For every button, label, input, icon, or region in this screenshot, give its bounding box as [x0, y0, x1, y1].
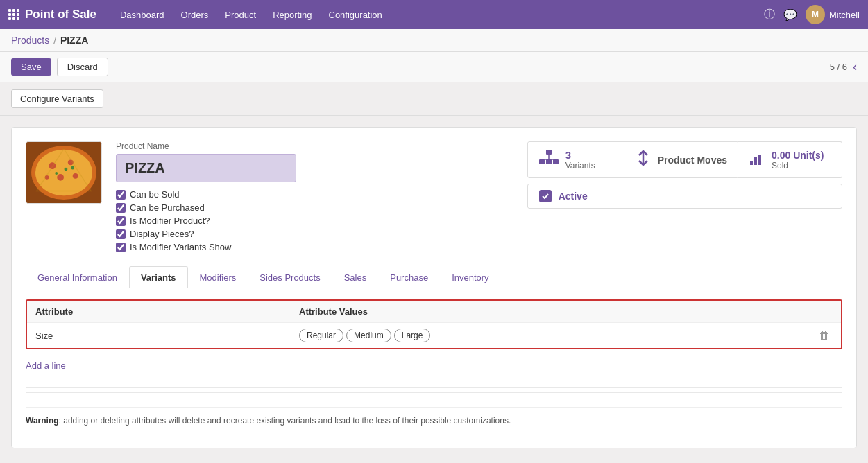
tab-variants[interactable]: Variants	[129, 266, 188, 288]
product-image[interactable]	[26, 141, 102, 204]
is-modifier-variants-checkbox[interactable]	[116, 243, 126, 252]
active-dot	[539, 190, 552, 202]
product-moves-icon	[636, 150, 651, 171]
svg-rect-14	[546, 159, 552, 164]
main-content: Product Name Can be Sold Can be Purchase…	[0, 116, 868, 460]
save-button[interactable]: Save	[11, 58, 51, 76]
grid-icon	[8, 9, 19, 20]
app-logo[interactable]: Point of Sale	[8, 8, 96, 21]
product-header: Product Name Can be Sold Can be Purchase…	[26, 141, 842, 252]
product-moves-stat[interactable]: Product Moves	[624, 141, 739, 178]
svg-rect-20	[754, 157, 757, 165]
display-pieces-label: Display Pieces?	[130, 229, 194, 239]
tab-sales[interactable]: Sales	[332, 266, 379, 288]
spacer-lines	[26, 387, 842, 393]
product-moves-stat-text: Product Moves	[658, 155, 727, 166]
sold-stat-text: 0.00 Unit(s) Sold	[772, 150, 824, 171]
nav-reporting[interactable]: Reporting	[266, 6, 318, 24]
product-stats: 3 Variants	[527, 141, 842, 209]
help-icon[interactable]: ⓘ	[764, 8, 775, 22]
nav-product[interactable]: Product	[218, 6, 263, 24]
product-card: Product Name Can be Sold Can be Purchase…	[11, 127, 857, 448]
svg-rect-13	[539, 159, 545, 164]
configure-variants-button[interactable]: Configure Variants	[11, 89, 103, 108]
tab-inventory[interactable]: Inventory	[440, 266, 500, 288]
action-bar: Save Discard 5 / 6 ‹	[0, 52, 868, 82]
user-menu[interactable]: M Mitchell	[806, 5, 860, 24]
topbar: Point of Sale Dashboard Orders Product R…	[0, 0, 868, 29]
nav-orders[interactable]: Orders	[174, 6, 216, 24]
col-attribute-values: Attribute Values	[291, 301, 808, 323]
topbar-right: ⓘ 💬 M Mitchell	[764, 5, 860, 24]
spacer-line-2	[26, 392, 842, 393]
breadcrumb: Products / PIZZA	[0, 29, 868, 52]
add-line-button[interactable]: Add a line	[26, 360, 66, 371]
can-be-purchased-label: Can be Purchased	[130, 202, 205, 213]
user-name: Mitchell	[829, 10, 860, 20]
product-moves-label: Product Moves	[658, 155, 727, 166]
tab-modifiers[interactable]: Modifiers	[188, 266, 248, 288]
display-pieces-checkbox[interactable]	[116, 229, 126, 239]
checkbox-display-pieces: Display Pieces?	[116, 229, 513, 239]
warning-section: Warning: adding or deleting attributes w…	[26, 407, 842, 434]
nav-dashboard[interactable]: Dashboard	[113, 6, 171, 24]
stats-row-top: 3 Variants	[527, 141, 842, 178]
delete-row-button[interactable]: 🗑	[816, 326, 833, 344]
variants-tab-content: Attribute Attribute Values Size Regular …	[26, 288, 842, 434]
variants-stat-text: 3 Variants	[565, 149, 595, 171]
app-name: Point of Sale	[25, 8, 96, 21]
sold-stat[interactable]: 0.00 Unit(s) Sold	[738, 141, 842, 178]
attr-badge-regular[interactable]: Regular	[299, 329, 343, 342]
checkbox-can-be-sold: Can be Sold	[116, 189, 513, 200]
warning-message: : adding or deleting attributes will del…	[59, 416, 511, 426]
variants-icon	[539, 150, 559, 171]
warning-prefix: Warning	[26, 416, 59, 426]
is-modifier-product-checkbox[interactable]	[116, 216, 126, 226]
is-modifier-variants-label: Is Modifier Variants Show	[130, 242, 231, 252]
active-status[interactable]: Active	[527, 184, 842, 209]
sold-icon	[749, 150, 765, 170]
chat-icon[interactable]: 💬	[783, 8, 797, 21]
attribute-values: Regular Medium Large	[299, 329, 799, 342]
sold-label: Sold	[772, 161, 824, 171]
tab-general-information[interactable]: General Information	[26, 266, 129, 288]
can-be-purchased-checkbox[interactable]	[116, 203, 126, 213]
col-actions	[808, 301, 841, 323]
tab-purchase[interactable]: Purchase	[378, 266, 440, 288]
sold-value: 0.00 Unit(s)	[772, 150, 824, 161]
breadcrumb-parent[interactable]: Products	[11, 35, 49, 46]
prev-record-button[interactable]: ‹	[853, 60, 857, 74]
variants-table-container: Attribute Attribute Values Size Regular …	[26, 299, 842, 349]
spacer-line-1	[26, 387, 842, 388]
attribute-values-cell: Regular Medium Large	[291, 323, 808, 349]
tab-sides-products[interactable]: Sides Products	[248, 266, 332, 288]
attr-badge-medium[interactable]: Medium	[346, 329, 391, 342]
is-modifier-product-label: Is Modifier Product?	[130, 216, 210, 226]
active-label: Active	[559, 191, 588, 202]
breadcrumb-current: PIZZA	[60, 35, 88, 46]
variants-stat[interactable]: 3 Variants	[527, 141, 624, 178]
checkbox-can-be-purchased: Can be Purchased	[116, 202, 513, 213]
checkbox-is-modifier-variants: Is Modifier Variants Show	[116, 242, 513, 252]
svg-rect-19	[750, 161, 753, 165]
checkbox-is-modifier-product: Is Modifier Product?	[116, 216, 513, 226]
breadcrumb-separator: /	[53, 35, 56, 46]
table-row: Size Regular Medium Large 🗑	[27, 323, 841, 349]
product-name-input[interactable]	[116, 154, 296, 182]
variants-table: Attribute Attribute Values Size Regular …	[27, 301, 841, 348]
svg-point-11	[35, 150, 92, 195]
avatar: M	[806, 5, 825, 24]
variants-value: 3	[565, 149, 595, 161]
discard-button[interactable]: Discard	[57, 58, 108, 76]
variants-label: Variants	[565, 161, 595, 171]
product-name-label: Product Name	[116, 141, 513, 151]
col-attribute: Attribute	[27, 301, 291, 323]
svg-rect-15	[553, 159, 559, 164]
attr-badge-large[interactable]: Large	[394, 329, 431, 342]
nav-configuration[interactable]: Configuration	[322, 6, 389, 24]
svg-rect-21	[758, 155, 761, 165]
can-be-sold-checkbox[interactable]	[116, 190, 126, 200]
product-tabs: General Information Variants Modifiers S…	[26, 266, 842, 288]
product-info: Product Name Can be Sold Can be Purchase…	[116, 141, 513, 252]
attribute-cell: Size	[27, 323, 291, 349]
